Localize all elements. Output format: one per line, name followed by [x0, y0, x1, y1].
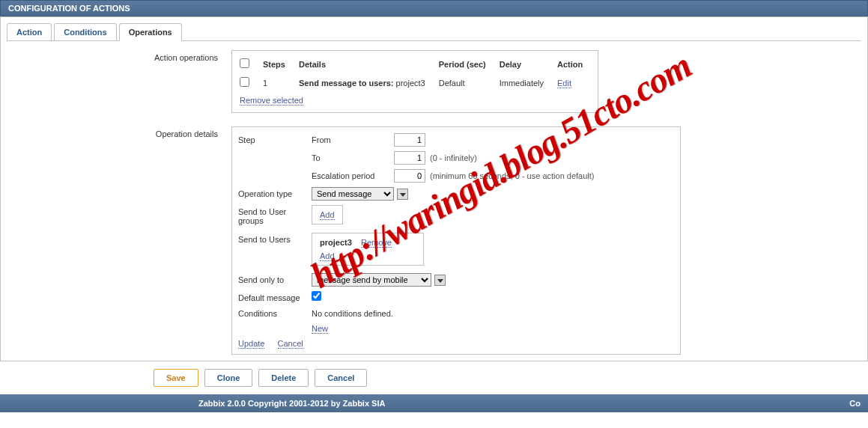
operation-details-box: Step From To	[231, 126, 681, 355]
operation-type-label: Operation type	[238, 187, 312, 198]
row-checkbox[interactable]	[240, 77, 249, 87]
to-label: To	[312, 151, 394, 162]
button-bar: Save Clone Delete Cancel	[154, 369, 868, 387]
cell-period: Default	[436, 74, 497, 91]
col-period: Period (sec)	[436, 55, 497, 74]
cell-details: Send message to users: project3	[296, 74, 436, 91]
tab-bar: Action Conditions Operations	[7, 23, 861, 41]
action-operations-label: Action operations	[119, 50, 231, 62]
new-condition-link[interactable]: New	[312, 324, 328, 334]
user-name: project3	[320, 238, 352, 247]
col-action: Action	[554, 55, 593, 74]
to-hint: (0 - infinitely)	[430, 153, 477, 162]
add-user-group-link[interactable]: Add	[320, 210, 335, 220]
form-area: Action operations Steps Details Period (…	[119, 50, 861, 355]
save-button[interactable]: Save	[154, 369, 198, 387]
tab-action[interactable]: Action	[7, 23, 52, 40]
main-container: Action Conditions Operations Action oper…	[0, 16, 868, 361]
table-row: 1 Send message to users: project3 Defaul…	[237, 74, 593, 91]
from-label: From	[312, 133, 394, 144]
tab-conditions[interactable]: Conditions	[54, 23, 116, 40]
copyright-bar: Zabbix 2.0.0 Copyright 2001-2012 by Zabb…	[0, 394, 868, 412]
escalation-input[interactable]	[394, 169, 425, 183]
send-only-to-label: Send only to	[238, 273, 312, 284]
users-box: project3 Remove Add	[312, 233, 424, 266]
cancel-button[interactable]: Cancel	[315, 369, 367, 387]
operations-table: Steps Details Period (sec) Delay Action …	[231, 50, 598, 113]
from-input[interactable]	[394, 133, 425, 147]
default-message-checkbox[interactable]	[312, 291, 321, 301]
cancel-link[interactable]: Cancel	[278, 339, 303, 349]
add-user-link[interactable]: Add	[320, 251, 335, 261]
cell-delay: Immediately	[497, 74, 554, 91]
select-all-checkbox[interactable]	[240, 58, 249, 68]
chevron-down-icon[interactable]	[397, 189, 408, 200]
copyright-text: Zabbix 2.0.0 Copyright 2001-2012 by Zabb…	[198, 399, 385, 408]
details-footer-links: Update Cancel	[238, 339, 674, 348]
conditions-label: Conditions	[238, 307, 312, 318]
col-steps: Steps	[260, 55, 296, 74]
edit-link[interactable]: Edit	[557, 79, 571, 88]
table-header-row: Steps Details Period (sec) Delay Action	[237, 55, 593, 74]
to-input[interactable]	[394, 151, 425, 165]
default-message-label: Default message	[238, 291, 312, 302]
page-header: CONFIGURATION OF ACTIONS	[0, 0, 868, 16]
user-groups-box: Add	[312, 205, 343, 224]
clone-button[interactable]: Clone	[204, 369, 253, 387]
escalation-label: Escalation period	[312, 169, 394, 180]
send-users-label: Send to Users	[238, 233, 312, 244]
chevron-down-icon[interactable]	[434, 275, 446, 286]
copyright-right: Co	[849, 399, 861, 408]
page-title: CONFIGURATION OF ACTIONS	[8, 4, 130, 13]
tab-operations[interactable]: Operations	[119, 23, 182, 40]
operation-type-select[interactable]: Send message	[312, 187, 394, 201]
action-operations-row: Action operations Steps Details Period (…	[119, 50, 861, 114]
cell-step: 1	[260, 74, 296, 91]
remove-selected-link[interactable]: Remove selected	[240, 96, 303, 106]
step-label: Step	[238, 133, 312, 144]
conditions-text: No conditions defined.	[312, 307, 393, 318]
send-only-to-select[interactable]: message send by mobile	[312, 273, 431, 287]
col-delay: Delay	[497, 55, 554, 74]
send-user-groups-label: Send to User groups	[238, 205, 312, 225]
operation-details-label: Operation details	[119, 126, 231, 138]
col-details: Details	[296, 55, 436, 74]
delete-button[interactable]: Delete	[258, 369, 309, 387]
remove-user-link[interactable]: Remove	[361, 238, 392, 248]
operation-details-row: Operation details Step From	[119, 126, 861, 355]
escalation-hint: (minimum 60 seconds, 0 - use action defa…	[430, 171, 595, 180]
update-link[interactable]: Update	[238, 339, 264, 349]
